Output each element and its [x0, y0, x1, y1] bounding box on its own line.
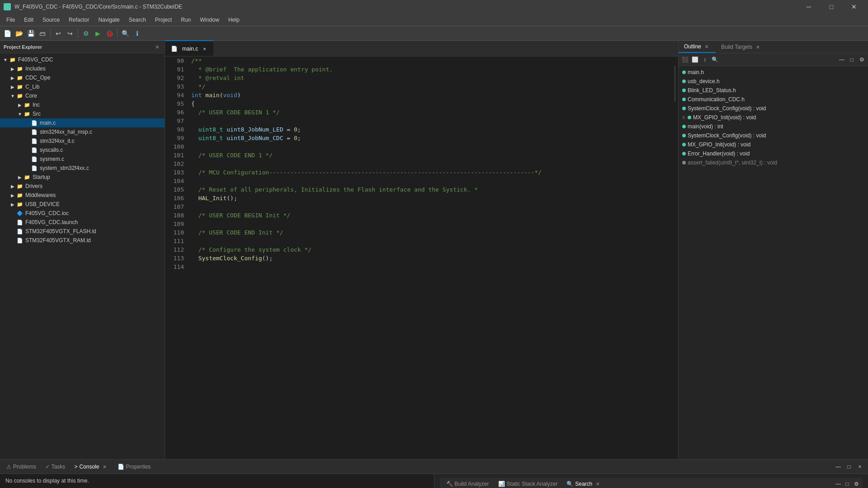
- outline-minimize-btn[interactable]: —: [837, 55, 846, 64]
- tab-outline[interactable]: Outline ×: [679, 41, 716, 53]
- outline-item-assert-failed[interactable]: assert_failed(uint8_t*, uint32_t) : void: [680, 158, 866, 167]
- tab-build-targets[interactable]: Build Targets ×: [716, 42, 767, 52]
- tree-arrow-ram-ld: [9, 237, 16, 244]
- tree-item-sysmem[interactable]: 📄 sysmem.c: [0, 155, 165, 164]
- menu-window[interactable]: Window: [195, 15, 224, 25]
- outline-item-blink-led[interactable]: Blink_LED_Status.h: [680, 86, 866, 95]
- search-tab-close[interactable]: ×: [594, 480, 601, 488]
- tree-item-syscalls[interactable]: 📄 syscalls.c: [0, 145, 165, 155]
- code-line-106: HAL_Init();: [191, 194, 668, 202]
- minimize-button[interactable]: ─: [798, 0, 819, 14]
- outline-label-main-void: main(void) : int: [688, 123, 723, 130]
- tree-label-includes: Includes: [25, 66, 46, 72]
- outline-maximize-btn[interactable]: □: [847, 55, 856, 64]
- project-explorer-close[interactable]: ×: [154, 43, 161, 51]
- right-panel: Outline × Build Targets × ⬛ ⬜ ↕ 🔍 — □ ⚙ …: [678, 41, 868, 459]
- run-button[interactable]: ▶: [92, 28, 103, 39]
- tab-main-c[interactable]: 📄 main.c ×: [165, 40, 213, 56]
- outline-filter-btn[interactable]: 🔍: [710, 55, 719, 64]
- outline-item-error-handler[interactable]: Error_Handler(void) : void: [680, 149, 866, 158]
- debug-button[interactable]: 🐞: [104, 28, 115, 39]
- menu-source[interactable]: Source: [38, 15, 64, 25]
- build-targets-tab-close[interactable]: ×: [754, 43, 761, 51]
- outline-collapse-btn[interactable]: ⬛: [680, 55, 689, 64]
- line-num-95: 95: [169, 99, 184, 108]
- new-file-button[interactable]: 📄: [2, 28, 13, 39]
- tab-tasks[interactable]: ✓ Tasks: [41, 462, 70, 472]
- close-button[interactable]: ✕: [844, 0, 864, 14]
- tree-item-hal-msp[interactable]: 📄 stm32f4xx_hal_msp.c: [0, 127, 165, 136]
- menu-project[interactable]: Project: [151, 15, 176, 25]
- outline-item-main-h[interactable]: main.h: [680, 68, 866, 77]
- code-editor[interactable]: 90 91 92 93 94 95 96 97 98 99 100 101 10…: [165, 56, 678, 459]
- tree-item-drivers[interactable]: ▶ 📁 Drivers: [0, 182, 165, 191]
- outline-item-comm-cdc[interactable]: Communication_CDC.h: [680, 95, 866, 104]
- tab-search[interactable]: 🔍 Search ×: [562, 479, 606, 488]
- outline-sort-btn[interactable]: ↕: [700, 55, 709, 64]
- maximize-button[interactable]: □: [821, 0, 842, 14]
- tree-item-main-c[interactable]: 📄 main.c: [0, 118, 165, 127]
- bottom-panel-close[interactable]: ×: [855, 462, 864, 471]
- outline-item-main-void[interactable]: main(void) : int: [680, 122, 866, 131]
- outline-tab-close[interactable]: ×: [703, 43, 710, 50]
- tree-item-root[interactable]: ▼ 📁 F405VG_CDC: [0, 55, 165, 64]
- tree-item-c-lib[interactable]: ▶ 📁 C_Lib: [0, 82, 165, 91]
- folder-icon-startup: 📁: [24, 174, 31, 181]
- outline-item-usb-device-h[interactable]: usb_device.h: [680, 77, 866, 86]
- menu-file[interactable]: File: [2, 15, 19, 25]
- undo-button[interactable]: ↩: [53, 28, 64, 39]
- build-button[interactable]: ⚙: [80, 28, 91, 39]
- open-file-button[interactable]: 📂: [14, 28, 24, 39]
- search-panel-minimize[interactable]: —: [834, 479, 843, 488]
- outline-item-sysclock-config2[interactable]: SystemClock_Config(void) : void: [680, 131, 866, 140]
- tree-item-inc[interactable]: ▶ 📁 Inc: [0, 100, 165, 109]
- outline-item-sysclock-config[interactable]: SystemClock_Config(void) : void: [680, 104, 866, 113]
- info-button[interactable]: ℹ: [132, 28, 142, 39]
- bottom-panel-minimize[interactable]: —: [834, 462, 843, 471]
- tree-item-src[interactable]: ▼ 📁 Src: [0, 109, 165, 118]
- menu-help[interactable]: Help: [224, 15, 244, 25]
- save-all-button[interactable]: 🗃: [37, 28, 48, 39]
- line-num-98: 98: [169, 125, 184, 134]
- redo-button[interactable]: ↪: [65, 28, 75, 39]
- tree-item-core[interactable]: ▼ 📁 Core: [0, 91, 165, 100]
- tab-close-button[interactable]: ×: [201, 45, 208, 52]
- save-button[interactable]: 💾: [25, 28, 36, 39]
- tree-item-startup[interactable]: ▶ 📁 Startup: [0, 173, 165, 182]
- tree-item-includes[interactable]: ▶ 📁 Includes: [0, 64, 165, 73]
- search-panel-settings[interactable]: ⚙: [852, 479, 861, 488]
- menu-run[interactable]: Run: [176, 15, 195, 25]
- outline-expand-btn[interactable]: ⬜: [690, 55, 699, 64]
- tree-item-system[interactable]: 📄 system_stm32f4xx.c: [0, 164, 165, 173]
- console-tab-close[interactable]: ×: [101, 463, 108, 470]
- tree-item-usb-device[interactable]: ▶ 📁 USB_DEVICE: [0, 200, 165, 209]
- menu-bar: File Edit Source Refactor Navigate Searc…: [0, 14, 868, 26]
- tree-item-it[interactable]: 📄 stm32f4xx_it.c: [0, 136, 165, 145]
- tree-item-ram-ld[interactable]: 📄 STM32F405VGTX_RAM.ld: [0, 236, 165, 245]
- menu-edit[interactable]: Edit: [19, 15, 38, 25]
- bottom-panel-maximize[interactable]: □: [844, 462, 854, 471]
- menu-refactor[interactable]: Refactor: [64, 15, 94, 25]
- tree-item-middlewares[interactable]: ▶ 📁 Middlewares: [0, 191, 165, 200]
- outline-item-mx-gpio-init1[interactable]: S MX_GPIO_Init(void) : void: [680, 113, 866, 122]
- tree-item-ioc[interactable]: 🔷 F405VG_CDC.ioc: [0, 209, 165, 218]
- editor-scrollbar[interactable]: [672, 56, 678, 459]
- search-panel-maximize[interactable]: □: [843, 479, 852, 488]
- tab-problems[interactable]: ⚠ Problems: [2, 462, 41, 472]
- menu-navigate[interactable]: Navigate: [94, 15, 124, 25]
- tab-build-analyzer[interactable]: 🔨 Build Analyzer: [442, 479, 494, 488]
- tab-console[interactable]: > Console ×: [70, 461, 113, 472]
- search-toolbar-button[interactable]: 🔍: [120, 28, 131, 39]
- tab-static-stack[interactable]: 📊 Static Stack Analyzer: [494, 479, 562, 488]
- folder-icon-cdc-ope: 📁: [16, 74, 24, 81]
- tree-item-cdc-ope[interactable]: ▶ 📁 CDC_Ope: [0, 73, 165, 82]
- tree-item-flash-ld[interactable]: 📄 STM32F405VGTX_FLASH.ld: [0, 227, 165, 236]
- tree-item-launch[interactable]: 📄 F405VG_CDC.launch: [0, 218, 165, 227]
- line-num-107: 107: [169, 202, 184, 211]
- tab-properties[interactable]: 📄 Properties: [113, 462, 156, 472]
- outline-item-mx-gpio-init2[interactable]: MX_GPIO_Init(void) : void: [680, 140, 866, 149]
- code-content[interactable]: /** * @brief The application entry point…: [188, 56, 672, 459]
- toolbar: 📄 📂 💾 🗃 ↩ ↪ ⚙ ▶ 🐞 🔍 ℹ: [0, 26, 868, 41]
- outline-settings-btn[interactable]: ⚙: [857, 55, 866, 64]
- menu-search[interactable]: Search: [124, 15, 151, 25]
